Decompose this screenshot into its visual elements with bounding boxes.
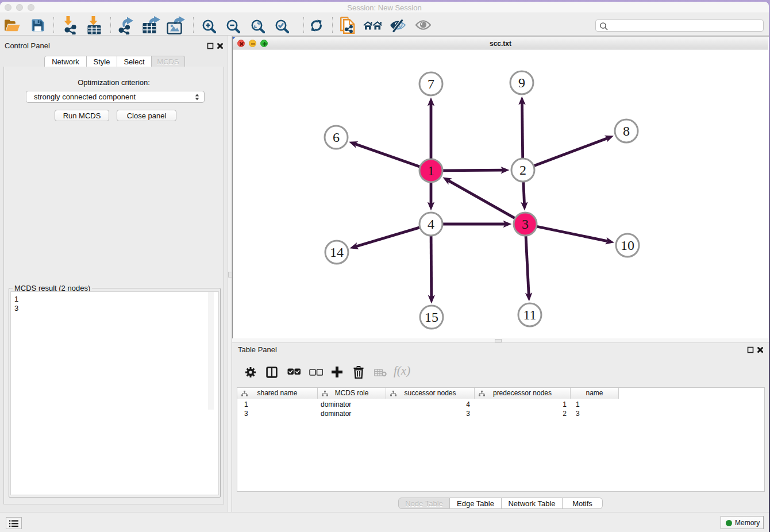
svg-text:2: 2 bbox=[519, 163, 526, 178]
svg-text:11: 11 bbox=[523, 307, 536, 322]
svg-text:14: 14 bbox=[330, 245, 344, 260]
svg-text:15: 15 bbox=[425, 310, 438, 325]
svg-text:1: 1 bbox=[428, 163, 434, 178]
svg-text:3: 3 bbox=[522, 217, 529, 232]
svg-text:8: 8 bbox=[623, 124, 630, 138]
svg-text:7: 7 bbox=[428, 76, 434, 91]
svg-text:6: 6 bbox=[333, 130, 340, 145]
svg-text:4: 4 bbox=[428, 217, 434, 232]
svg-text:9: 9 bbox=[518, 75, 525, 90]
svg-text:10: 10 bbox=[621, 238, 634, 253]
